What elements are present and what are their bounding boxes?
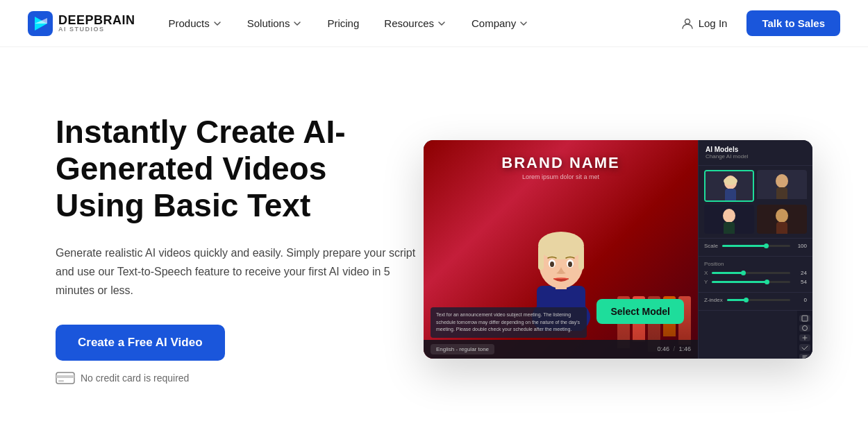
talk-to-sales-button[interactable]: Talk to Sales	[746, 10, 840, 36]
svg-point-23	[776, 174, 788, 188]
hero-right: BRAND NAME Lorem ipsum dolor sit a met	[424, 140, 812, 359]
svg-point-20	[724, 177, 737, 185]
scale-dot	[764, 243, 769, 248]
zindex-fill	[727, 299, 746, 301]
pos-x-label: X	[704, 270, 708, 276]
pos-y-value: 54	[794, 279, 807, 285]
panel-position-section: Position X 24 Y	[699, 257, 812, 293]
model-thumb-4[interactable]	[757, 205, 807, 234]
time-control: 0:46 / 1:46	[657, 345, 691, 352]
model-thumb-1[interactable]	[704, 170, 754, 202]
model-preview-1	[706, 171, 754, 200]
pos-y-row: Y 54	[704, 279, 807, 285]
scale-slider[interactable]	[722, 245, 790, 247]
zindex-value: 0	[794, 297, 807, 303]
brand-name-overlay: BRAND NAME	[424, 154, 698, 172]
svg-rect-5	[56, 375, 74, 378]
svg-rect-13	[578, 246, 584, 270]
position-label: Position	[704, 261, 807, 267]
svg-rect-12	[538, 246, 544, 270]
chevron-down-icon	[212, 19, 222, 28]
model-preview-2	[757, 170, 807, 199]
language-control: English - regular tone	[431, 344, 494, 354]
nav-pricing[interactable]: Pricing	[316, 12, 370, 35]
user-icon	[681, 17, 694, 31]
model-preview-3	[704, 205, 754, 234]
panel-icons	[797, 311, 812, 359]
logo[interactable]: DEEPBRAIN AI STUDIOS	[28, 11, 135, 36]
panel-icon-5[interactable]	[799, 354, 810, 359]
panel-icon-area	[699, 311, 812, 359]
pos-x-row: X 24	[704, 270, 807, 276]
chevron-down-icon	[292, 19, 302, 28]
svg-point-29	[776, 209, 788, 223]
scale-fill	[722, 245, 767, 247]
svg-point-32	[803, 325, 808, 330]
nav-solutions[interactable]: Solutions	[236, 12, 314, 35]
nav-company[interactable]: Company	[460, 12, 540, 35]
video-area: BRAND NAME Lorem ipsum dolor sit a met	[424, 140, 698, 359]
no-credit-card-notice: No credit card is required	[56, 372, 424, 384]
hero-description: Generate realistic AI videos quickly and…	[56, 243, 424, 300]
svg-point-16	[550, 262, 554, 267]
video-controls: English - regular tone 0:46 / 1:46	[424, 340, 698, 359]
pos-y-label: Y	[704, 279, 708, 285]
logo-text: DEEPBRAIN AI STUDIOS	[58, 14, 135, 33]
main-content: Instantly Create AI-Generated Videos Usi…	[0, 47, 868, 437]
navbar: DEEPBRAIN AI STUDIOS Products Solutions …	[0, 0, 868, 47]
brand-sub-overlay: Lorem ipsum dolor sit a met	[424, 173, 698, 180]
credit-card-icon	[56, 372, 75, 384]
svg-point-3	[685, 19, 690, 24]
brand-name: DEEPBRAIN	[58, 14, 135, 26]
panel-subtitle: Change AI model	[706, 153, 806, 160]
logo-icon	[28, 11, 53, 36]
svg-point-17	[568, 262, 572, 267]
svg-rect-21	[725, 189, 736, 200]
panel-icon-3[interactable]	[799, 334, 810, 341]
right-panel: AI Models Change AI model	[698, 140, 812, 359]
nav-links: Products Solutions Pricing Resources	[158, 12, 540, 35]
script-text: Text for an announcement video subject m…	[436, 311, 581, 334]
zindex-slider[interactable]	[727, 299, 790, 301]
app-screenshot: BRAND NAME Lorem ipsum dolor sit a met	[424, 140, 812, 359]
zindex-row: Z-index 0	[704, 297, 807, 303]
script-area: Text for an announcement video subject m…	[431, 307, 587, 338]
model-preview-4	[757, 205, 807, 234]
panel-title: AI Models	[706, 146, 806, 153]
select-model-button[interactable]: Select Model	[596, 299, 684, 324]
svg-rect-27	[724, 222, 735, 234]
panel-icon-1[interactable]	[799, 315, 810, 322]
scale-value: 100	[794, 243, 807, 249]
pos-x-slider[interactable]	[712, 272, 790, 274]
create-free-video-button[interactable]: Create a Free AI Video	[56, 325, 225, 361]
nav-products[interactable]: Products	[158, 12, 233, 35]
svg-rect-30	[776, 222, 787, 234]
nav-resources[interactable]: Resources	[373, 12, 458, 35]
panel-icon-2[interactable]	[799, 325, 810, 332]
svg-point-26	[723, 209, 735, 223]
hero-title: Instantly Create AI-Generated Videos Usi…	[56, 114, 424, 224]
pos-x-dot	[741, 271, 746, 275]
chevron-down-icon	[437, 19, 446, 28]
model-thumb-2[interactable]	[757, 170, 807, 202]
pos-y-slider[interactable]	[712, 281, 790, 283]
panel-icon-4[interactable]	[799, 344, 810, 351]
svg-rect-31	[802, 316, 808, 321]
model-grid	[704, 170, 807, 234]
zindex-dot	[744, 298, 749, 302]
chevron-down-icon	[519, 19, 528, 28]
nav-right: Log In Talk to Sales	[669, 10, 840, 36]
svg-rect-24	[776, 187, 787, 199]
scale-label: Scale	[704, 243, 718, 249]
scale-row: Scale 100	[704, 243, 807, 249]
zindex-label: Z-index	[704, 297, 723, 303]
panel-zindex-section: Z-index 0	[699, 293, 812, 311]
panel-models-section	[699, 166, 812, 239]
model-thumb-3[interactable]	[704, 205, 754, 234]
panel-scale-section: Scale 100	[699, 239, 812, 257]
brand-sub: AI STUDIOS	[58, 26, 135, 33]
login-button[interactable]: Log In	[669, 11, 739, 36]
pos-x-value: 24	[794, 270, 807, 276]
pos-y-dot	[765, 280, 769, 284]
brand-overlay: BRAND NAME Lorem ipsum dolor sit a met	[424, 154, 698, 180]
